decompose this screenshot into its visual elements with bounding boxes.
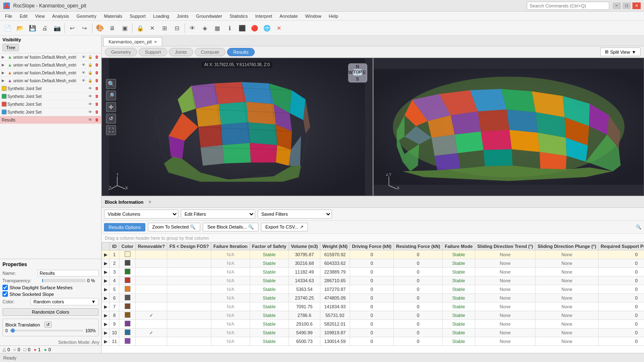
show-socketed-check[interactable]	[2, 291, 8, 297]
workflow-tab-results[interactable]: Results	[227, 48, 255, 56]
table-container[interactable]: ID Color Removable? FS < Design FOS? Fai…	[102, 242, 644, 353]
lock-button[interactable]: 🔒	[134, 22, 146, 34]
close-button[interactable]: ✕	[632, 2, 641, 9]
mesh-button[interactable]: ▦	[211, 22, 223, 34]
maximize-button[interactable]: □	[623, 2, 631, 9]
search-input[interactable]	[527, 2, 609, 10]
tab-kanmantoo[interactable]: Kanmantoo_open_pit ×	[103, 37, 162, 46]
viewport-left[interactable]: At X: 317922.05, Y:6114760.38, Z:0 🔍 🔎 ✛…	[102, 58, 373, 196]
menu-geometry[interactable]: Geometry	[73, 13, 99, 19]
pan-button[interactable]: ✛	[106, 102, 116, 112]
tree-del-6[interactable]: 🗑	[94, 101, 99, 107]
block-trans-slider[interactable]	[9, 328, 84, 333]
row-expand[interactable]: ▶	[102, 250, 110, 259]
menu-statistics[interactable]: Statistics	[226, 13, 251, 19]
tree-del-results[interactable]: 🗑	[94, 117, 99, 123]
implode-button[interactable]: ⊟	[171, 22, 183, 34]
table-row[interactable]: ▶ 9 N/A Stable 29100.6 582012.01 0 0 Sta…	[102, 320, 644, 329]
table-row[interactable]: ▶ 6 N/A Stable 23740.25 474805.09 0 0 St…	[102, 294, 644, 302]
menu-materials[interactable]: Materials	[101, 13, 126, 19]
tree-eye-3[interactable]: 👁	[80, 78, 86, 83]
col-slide-trend[interactable]: Sliding Direction Trend (°)	[475, 243, 535, 250]
menu-help[interactable]: Help	[325, 13, 341, 19]
row-expand[interactable]: ▶	[102, 276, 110, 285]
tree-button[interactable]: Tree	[2, 44, 19, 51]
col-slide-plunge[interactable]: Sliding Direction Plunge (°)	[535, 243, 599, 250]
tree-lock-2[interactable]: 🔒	[87, 70, 93, 76]
nav-cube-left[interactable]: N S W E TOP	[346, 62, 369, 85]
transparency-slider[interactable]	[42, 279, 85, 282]
surface-button[interactable]: ◈	[199, 22, 211, 34]
tree-del-4[interactable]: 🗑	[94, 86, 99, 91]
display-button[interactable]: 🖥	[107, 22, 118, 34]
col-resisting[interactable]: Resisting Force (kN)	[394, 243, 443, 250]
tree-eye-5[interactable]: 👁	[87, 93, 93, 99]
col-weight[interactable]: Weight (kN)	[320, 243, 350, 250]
globe-button[interactable]: 🌐	[261, 22, 272, 34]
menu-loading[interactable]: Loading	[150, 13, 173, 19]
table-row[interactable]: ▶ 5 N/A Stable 5363.54 107270.87 0 0 Sta…	[102, 285, 644, 294]
tree-item-2[interactable]: ▶ ▲ union w/ fusion.Default.Mesh_extri 👁…	[0, 69, 101, 77]
col-failure-mode[interactable]: Failure Mode	[443, 243, 475, 250]
table-row[interactable]: ▶ 8 ✓ N/A Stable 2786.6 55731.92 0 0 Sta…	[102, 311, 644, 320]
tree-item-4[interactable]: Synthetic Joint Set 👁 🗑	[0, 85, 101, 93]
row-expand[interactable]: ▶	[102, 259, 110, 268]
table-row[interactable]: ▶ 10 ✓ N/A Stable 5490.99 109819.87 0 0 …	[102, 329, 644, 337]
workflow-tab-support[interactable]: Support	[139, 48, 167, 56]
row-expand[interactable]: ▶	[102, 337, 110, 346]
sphere-button[interactable]: 🔴	[249, 22, 260, 34]
tree-del-3[interactable]: 🗑	[94, 78, 99, 83]
col-driving[interactable]: Driving Force (kN)	[350, 243, 393, 250]
redo-button[interactable]: ↪	[79, 22, 90, 34]
row-expand[interactable]: ▶	[102, 329, 110, 337]
tree-item-1[interactable]: ▶ ▲ union w/ fusion.Default.Mesh_extri 👁…	[0, 61, 101, 69]
row-expand[interactable]: ▶	[102, 311, 110, 320]
table-row[interactable]: ▶ 3 N/A Stable 11182.49 223889.79 0 0 St…	[102, 268, 644, 276]
name-input[interactable]	[38, 270, 99, 276]
saved-filters-select[interactable]: Saved Filters	[258, 210, 332, 219]
rotate-button[interactable]: ↺	[106, 114, 116, 124]
menu-analysis[interactable]: Analysis	[49, 13, 72, 19]
view1-button[interactable]: 👁	[187, 22, 198, 34]
tree-del-1[interactable]: 🗑	[94, 62, 99, 68]
table-search-icon[interactable]: 🔍	[636, 224, 642, 230]
tree-item-6[interactable]: Synthetic Joint Set 👁 🗑	[0, 100, 101, 108]
col-id[interactable]: ID	[110, 243, 119, 250]
col-fos[interactable]: Factor of Safety	[250, 243, 289, 250]
explode-button[interactable]: ⊞	[159, 22, 170, 34]
zoom-out-button[interactable]: 🔎	[106, 90, 116, 100]
clear-button[interactable]: ✕	[273, 22, 285, 34]
table-row[interactable]: ▶ 4 N/A Stable 14334.63 286710.65 0 0 St…	[102, 276, 644, 285]
tree-item-results[interactable]: Results 👁 🗑	[0, 116, 101, 124]
col-volume[interactable]: Volume (m3)	[289, 243, 320, 250]
show-daylight-check[interactable]	[2, 285, 8, 290]
tree-eye-2[interactable]: 👁	[80, 70, 86, 76]
row-expand[interactable]: ▶	[102, 294, 110, 302]
tree-eye-6[interactable]: 👁	[87, 101, 93, 107]
tree-item-5[interactable]: Synthetic Joint Set 👁 🗑	[0, 93, 101, 100]
row-expand[interactable]: ▶	[102, 302, 110, 311]
color-dropdown[interactable]: Random colors ▼	[31, 298, 99, 305]
tree-lock-0[interactable]: 🔒	[87, 54, 93, 60]
col-fs-design[interactable]: FS < Design FOS?	[167, 243, 211, 250]
block-info-close-button[interactable]: ×	[149, 199, 152, 205]
box-button[interactable]: ⬛	[236, 22, 248, 34]
table-row[interactable]: ▶ 7 N/A Stable 7091.75 141834.93 0 0 Sta…	[102, 302, 644, 311]
menu-groundwater[interactable]: Groundwater	[193, 13, 226, 19]
open-button[interactable]: 📂	[14, 22, 26, 34]
tree-del-5[interactable]: 🗑	[94, 93, 99, 99]
block-trans-reset-button[interactable]: ↺	[44, 322, 52, 328]
tab-close-btn[interactable]: ×	[154, 39, 157, 44]
menu-window[interactable]: Window	[302, 13, 324, 19]
tree-del-7[interactable]: 🗑	[94, 109, 99, 115]
row-expand[interactable]: ▶	[102, 268, 110, 276]
col-req-support[interactable]: Required Support Pressure (kPa)	[599, 243, 644, 250]
info-button[interactable]: ℹ	[224, 22, 235, 34]
tree-item-3[interactable]: ▶ ▲ union w/ fusion.Default.Mesh_extri 👁…	[0, 77, 101, 85]
menu-joints[interactable]: Joints	[173, 13, 192, 19]
see-block-details-button[interactable]: See Block Details... 🔍	[203, 223, 258, 231]
tree-eye-4[interactable]: 👁	[87, 86, 93, 91]
workflow-tab-compute[interactable]: Compute	[195, 48, 226, 56]
table-row[interactable]: ▶ 1 N/A Stable 30795.87 615970.92 0 0 St…	[102, 250, 644, 259]
tree-item-0[interactable]: ▶ ▲ union w/ fusion.Default.Mesh_extri 👁…	[0, 53, 101, 61]
